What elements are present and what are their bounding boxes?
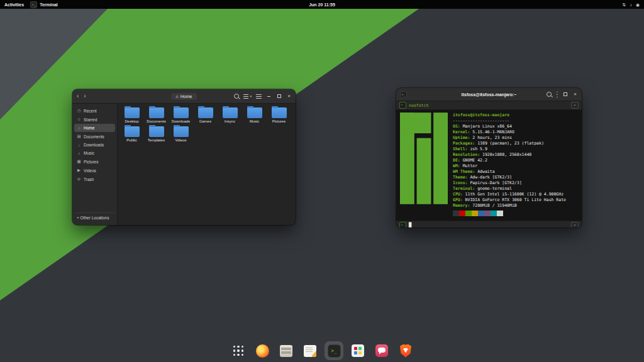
back-icon[interactable]: ‹: [76, 93, 79, 99]
terminal-cursor[interactable]: █: [409, 223, 411, 228]
minimize-button[interactable]: [266, 94, 272, 99]
file-manager-icon: [280, 345, 292, 357]
path-title: Home: [180, 94, 192, 99]
sidebar-item-label: Recent: [84, 109, 97, 113]
focused-app-menu[interactable]: Terminal: [30, 1, 58, 8]
network-icon[interactable]: ⇅: [623, 3, 626, 7]
folder-videos[interactable]: Videos: [169, 126, 193, 142]
files-grid: Desktop Documents Downloads Games Insync…: [118, 104, 296, 225]
maximize-button[interactable]: [276, 94, 282, 99]
search-icon[interactable]: [234, 94, 239, 99]
terminal-headerbar: itsfoss@itsfoss-manjaro:~: [396, 88, 582, 101]
sidebar-item-label: Starred: [84, 118, 97, 122]
folder-icon: [247, 107, 262, 118]
sidebar-item-label: Documents: [84, 134, 104, 139]
sidebar-item-pictures[interactable]: ▦ Pictures: [74, 157, 115, 166]
neofetch-line: Kernel: 5.15.46-1-MANJARO: [453, 129, 578, 135]
folder-insync[interactable]: Insync: [218, 107, 242, 123]
kebab-menu-icon[interactable]: [556, 92, 558, 97]
close-button[interactable]: [572, 92, 578, 97]
folder-label: Templates: [148, 138, 165, 142]
sidebar-item-label: Home: [84, 126, 94, 130]
search-icon[interactable]: [547, 92, 552, 97]
pane-check-button[interactable]: ✓: [571, 102, 579, 109]
sidebar-item-downloads[interactable]: ↓ Downloads: [74, 141, 115, 149]
neofetch-line: OS: Manjaro Linux x86_64: [453, 124, 578, 129]
home-icon: ⌂: [176, 94, 179, 99]
sidebar-item-recent[interactable]: ◷ Recent: [74, 106, 115, 115]
system-tray[interactable]: ⇅ ♪ ◉: [623, 3, 640, 7]
dock-item-software-center[interactable]: [348, 341, 367, 360]
pane-check-button[interactable]: ✓: [571, 222, 579, 228]
folder-desktop[interactable]: Desktop: [119, 107, 144, 123]
sidebar-item-label: Videos: [84, 168, 96, 173]
folder-label: Documents: [147, 119, 165, 123]
folder-icon: [125, 107, 140, 118]
dock-item-file-manager[interactable]: [277, 341, 296, 360]
sidebar-item-music[interactable]: ♪ Music: [74, 149, 115, 157]
folder-label: Public: [126, 138, 136, 142]
folder-label: Games: [199, 119, 211, 123]
volume-icon[interactable]: ♪: [630, 3, 632, 7]
software-center-icon: [352, 344, 364, 357]
sidebar-item-label: Music: [84, 151, 94, 155]
activities-button[interactable]: Activities: [4, 3, 24, 7]
folder-public[interactable]: Public: [119, 126, 144, 142]
neofetch-line: Packages: 1389 (pacman), 23 (flatpak): [453, 141, 578, 146]
folder-templates[interactable]: Templates: [144, 126, 169, 142]
folder-label: Videos: [175, 138, 186, 142]
view-toggle-button[interactable]: ▾: [243, 94, 252, 99]
document-icon: ▤: [77, 134, 81, 139]
sidebar-item-videos[interactable]: ▶ Videos: [74, 166, 115, 175]
sidebar-item-documents[interactable]: ▤ Documents: [74, 132, 115, 141]
sidebar-item-label: Pictures: [84, 160, 98, 164]
folder-pictures[interactable]: Pictures: [267, 107, 291, 123]
app-grid-icon: [233, 346, 244, 356]
sidebar-item-home[interactable]: ⌂ Home: [74, 124, 115, 132]
sidebar-item-label: Trash: [84, 177, 94, 182]
folder-games[interactable]: Games: [193, 107, 218, 123]
path-button[interactable]: ⌂ Home: [171, 93, 197, 100]
sidebar-item-starred[interactable]: ☆ Starred: [74, 115, 115, 124]
folder-label: Downloads: [172, 119, 191, 123]
maximize-button[interactable]: [562, 92, 568, 97]
desktop: Activities Terminal Jun 20 11:55 ⇅ ♪ ◉ ‹…: [0, 0, 644, 362]
other-locations-label: + Other Locations: [77, 216, 109, 220]
pane-terminal-icon[interactable]: [399, 102, 406, 109]
folder-music[interactable]: Music: [242, 107, 267, 123]
manjaro-logo: [400, 112, 448, 204]
menu-icon[interactable]: [256, 94, 262, 99]
pane-title: neofetch: [409, 103, 428, 108]
chevron-down-icon: ▾: [250, 94, 252, 98]
terminal-title: itsfoss@itsfoss-manjaro:~: [462, 92, 517, 97]
files-window: ‹ › ⌂ Home ▾ ◷ Recen: [72, 89, 296, 225]
clock[interactable]: Jun 20 11:55: [309, 0, 335, 9]
dock-item-messages[interactable]: [372, 341, 391, 360]
dock-item-brave[interactable]: [396, 341, 415, 360]
folder-icon: [223, 107, 238, 118]
forward-icon[interactable]: ›: [83, 93, 86, 99]
download-icon: ↓: [77, 143, 81, 147]
dock-item-terminal[interactable]: [325, 341, 343, 360]
dock-item-text-editor[interactable]: [301, 341, 319, 360]
dock-item-app-grid[interactable]: [229, 341, 248, 360]
folder-icon: [149, 107, 164, 118]
palette-swatch: [465, 211, 472, 216]
sidebar-item-other-locations[interactable]: + Other Locations: [74, 212, 115, 222]
trash-icon: ⊘: [77, 177, 81, 182]
terminal-color-palette: [453, 211, 578, 216]
sidebar-item-trash[interactable]: ⊘ Trash: [74, 175, 115, 184]
palette-swatch: [453, 211, 459, 216]
folder-label: Insync: [225, 119, 235, 123]
palette-swatch: [484, 211, 491, 216]
dock: [229, 341, 415, 360]
top-bar: Activities Terminal Jun 20 11:55 ⇅ ♪ ◉: [0, 0, 644, 9]
pane-terminal-icon[interactable]: [399, 222, 406, 228]
text-editor-icon: [304, 345, 316, 357]
folder-documents[interactable]: Documents: [144, 107, 169, 123]
folder-downloads[interactable]: Downloads: [169, 107, 193, 123]
dock-item-firefox[interactable]: [253, 341, 272, 360]
close-button[interactable]: [286, 94, 292, 99]
brave-icon: [400, 344, 411, 358]
power-icon[interactable]: ◉: [636, 3, 640, 7]
